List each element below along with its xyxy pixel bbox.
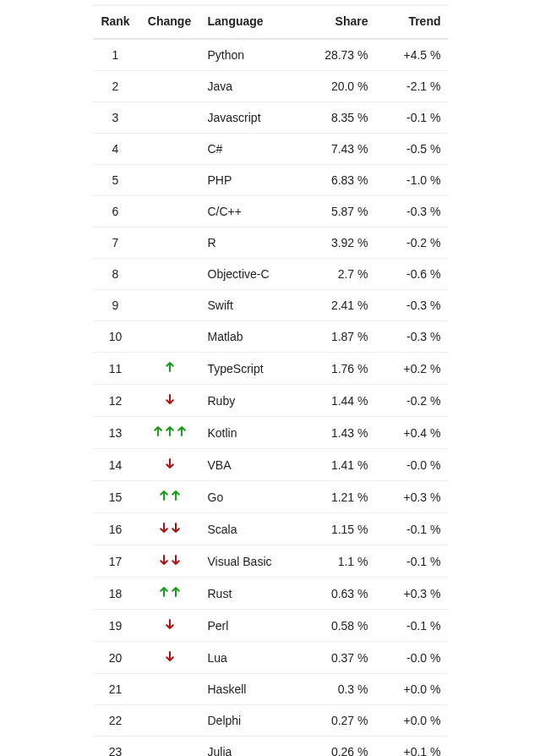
cell-change [139, 449, 201, 481]
header-language[interactable]: Language [201, 6, 303, 40]
header-rank[interactable]: Rank [93, 6, 139, 40]
header-change[interactable]: Change [139, 6, 201, 40]
cell-language: C# [201, 134, 303, 165]
cell-trend: -1.0 % [375, 165, 448, 196]
table-row: 21Haskell0.3 %+0.0 % [93, 674, 448, 705]
cell-language: Rust [201, 578, 303, 610]
cell-change [139, 417, 201, 449]
cell-trend: +4.5 % [375, 39, 448, 71]
cell-rank: 2 [93, 71, 139, 102]
arrow-up-icon [158, 586, 170, 598]
cell-language: PHP [201, 165, 303, 196]
cell-rank: 22 [93, 705, 139, 737]
cell-language: R [201, 227, 303, 259]
table-row: 4C#7.43 %-0.5 % [93, 134, 448, 165]
header-trend[interactable]: Trend [375, 6, 448, 40]
cell-change [139, 705, 201, 737]
cell-rank: 5 [93, 165, 139, 196]
cell-share: 2.7 % [303, 259, 375, 290]
arrow-up-icon [170, 586, 182, 598]
cell-trend: -0.0 % [375, 449, 448, 481]
table-row: 17Visual Basic1.1 %-0.1 % [93, 545, 448, 578]
cell-change [139, 610, 201, 642]
cell-rank: 21 [93, 674, 139, 705]
table-row: 20Lua0.37 %-0.0 % [93, 642, 448, 674]
arrow-up-icon [164, 425, 176, 437]
cell-rank: 23 [93, 737, 139, 757]
cell-change [139, 353, 201, 385]
cell-language: Lua [201, 642, 303, 674]
cell-share: 28.73 % [303, 39, 375, 71]
cell-rank: 9 [93, 290, 139, 321]
cell-share: 0.27 % [303, 705, 375, 737]
arrow-down-icon [158, 554, 170, 566]
arrow-up-icon [170, 490, 182, 501]
cell-language: Ruby [201, 385, 303, 417]
cell-share: 20.0 % [303, 71, 375, 102]
cell-share: 1.44 % [303, 385, 375, 417]
table-row: 15Go1.21 %+0.3 % [93, 481, 448, 513]
cell-rank: 14 [93, 449, 139, 481]
arrow-down-icon [164, 393, 176, 405]
cell-language: Swift [201, 290, 303, 321]
cell-rank: 19 [93, 610, 139, 642]
cell-change [139, 513, 201, 545]
header-share[interactable]: Share [303, 6, 375, 40]
cell-rank: 16 [93, 513, 139, 545]
cell-change [139, 290, 201, 321]
arrow-down-icon [158, 522, 170, 534]
cell-trend: +0.3 % [375, 578, 448, 610]
cell-language: Scala [201, 513, 303, 545]
arrow-up-icon [152, 425, 164, 437]
cell-rank: 6 [93, 196, 139, 227]
cell-change [139, 578, 201, 610]
arrow-down-icon [164, 457, 176, 469]
arrow-up-icon [158, 490, 170, 501]
cell-share: 6.83 % [303, 165, 375, 196]
cell-language: Haskell [201, 674, 303, 705]
cell-trend: +0.3 % [375, 481, 448, 513]
cell-language: Visual Basic [201, 545, 303, 578]
cell-rank: 10 [93, 321, 139, 353]
table-row: 13Kotlin1.43 %+0.4 % [93, 417, 448, 449]
cell-rank: 15 [93, 481, 139, 513]
table-row: 8Objective-C2.7 %-0.6 % [93, 259, 448, 290]
table-row: 19Perl0.58 %-0.1 % [93, 610, 448, 642]
cell-trend: -0.2 % [375, 227, 448, 259]
cell-rank: 20 [93, 642, 139, 674]
cell-trend: -0.1 % [375, 610, 448, 642]
table-row: 6C/C++5.87 %-0.3 % [93, 196, 448, 227]
cell-language: Go [201, 481, 303, 513]
table-row: 11TypeScript1.76 %+0.2 % [93, 353, 448, 385]
cell-trend: -0.6 % [375, 259, 448, 290]
cell-trend: -0.2 % [375, 385, 448, 417]
cell-rank: 7 [93, 227, 139, 259]
cell-change [139, 196, 201, 227]
cell-rank: 18 [93, 578, 139, 610]
cell-trend: -0.3 % [375, 321, 448, 353]
cell-change [139, 481, 201, 513]
table-row: 5PHP6.83 %-1.0 % [93, 165, 448, 196]
cell-language: C/C++ [201, 196, 303, 227]
cell-language: VBA [201, 449, 303, 481]
cell-language: Perl [201, 610, 303, 642]
table-row: 18Rust0.63 %+0.3 % [93, 578, 448, 610]
cell-share: 0.58 % [303, 610, 375, 642]
cell-language: TypeScript [201, 353, 303, 385]
cell-change [139, 134, 201, 165]
cell-change [139, 674, 201, 705]
table-row: 7R3.92 %-0.2 % [93, 227, 448, 259]
cell-share: 0.63 % [303, 578, 375, 610]
cell-change [139, 259, 201, 290]
table-row: 1Python28.73 %+4.5 % [93, 39, 448, 71]
cell-change [139, 642, 201, 674]
cell-trend: -0.1 % [375, 513, 448, 545]
cell-trend: +0.1 % [375, 737, 448, 757]
cell-change [139, 71, 201, 102]
table-row: 22Delphi0.27 %+0.0 % [93, 705, 448, 737]
cell-share: 1.43 % [303, 417, 375, 449]
cell-share: 1.76 % [303, 353, 375, 385]
cell-language: Matlab [201, 321, 303, 353]
table-row: 3Javascript8.35 %-0.1 % [93, 102, 448, 134]
table-row: 2Java20.0 %-2.1 % [93, 71, 448, 102]
